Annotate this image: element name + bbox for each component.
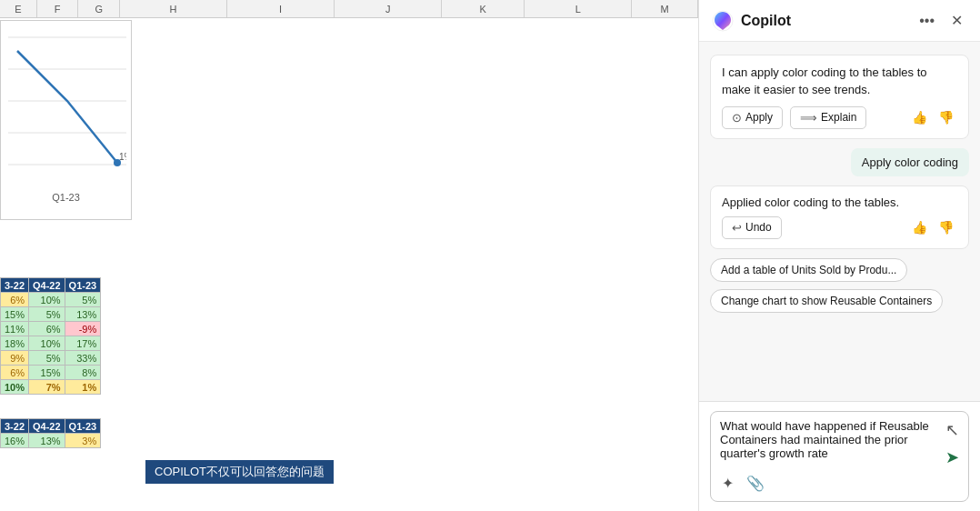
input-box: What would have happened if Reusable Con… — [710, 411, 969, 502]
line-chart: 1% Q1-23 — [0, 20, 132, 220]
copilot-message-1: I can apply color coding to the tables t… — [710, 55, 969, 139]
table-row: 18% 10% 17% — [1, 336, 101, 351]
col-m-header: M — [632, 0, 698, 17]
table-cell: 1% — [65, 380, 101, 395]
col-i-header: I — [227, 0, 335, 17]
apply-icon: ⊙ — [732, 111, 742, 125]
thumbs-up-button-1[interactable]: 👍 — [908, 108, 931, 126]
feedback-icons-2: 👍 👎 — [908, 218, 957, 236]
copilot-header-actions: ••• ✕ — [915, 10, 967, 31]
attach-button[interactable]: 📎 — [745, 473, 766, 494]
data-table-1: 3-22 Q4-22 Q1-23 6% 10% 5% 15% 5% 13% 11… — [0, 277, 101, 395]
apply-button[interactable]: ⊙ Apply — [722, 106, 783, 129]
copilot-title: Copilot — [741, 13, 791, 29]
table2-h2: Q4-22 — [29, 419, 65, 434]
spark-icon: ✦ — [722, 476, 734, 491]
table-cell: 3% — [65, 434, 101, 448]
menu-dots-icon: ••• — [919, 13, 935, 28]
table-row: 10% 7% 1% — [1, 380, 101, 395]
table-cell: 10% — [1, 380, 29, 395]
copilot-close-button[interactable]: ✕ — [946, 10, 967, 31]
col-l-header: L — [525, 0, 632, 17]
table-row: 6% 15% 8% — [1, 366, 101, 380]
svg-text:1%: 1% — [119, 152, 126, 162]
table-cell: 33% — [65, 351, 101, 366]
table-row: 16% 13% 3% — [1, 434, 101, 448]
apply-label: Apply — [745, 111, 773, 124]
table-cell: 18% — [1, 336, 29, 351]
copilot-logo-icon — [712, 10, 734, 32]
table2-h1: 3-22 — [1, 419, 29, 434]
table-cell: 5% — [65, 293, 101, 307]
close-icon: ✕ — [951, 13, 963, 28]
chip-1[interactable]: Add a table of Units Sold by Produ... — [710, 258, 907, 282]
table-cell: 13% — [29, 434, 65, 448]
copilot-menu-button[interactable]: ••• — [915, 11, 939, 31]
thumbs-down-button-1[interactable]: 👎 — [935, 108, 957, 126]
table1-header: 3-22 Q4-22 Q1-23 — [1, 278, 101, 293]
copilot-message-1-text: I can apply color coding to the tables t… — [722, 65, 957, 99]
status-text: Applied color coding to the tables. — [722, 195, 957, 209]
table-cell: 17% — [65, 336, 101, 351]
feedback-icons-1: 👍 👎 — [908, 106, 957, 129]
table-cell: 11% — [1, 322, 29, 336]
copilot-title-row: Copilot — [712, 10, 791, 32]
table-row: 11% 6% -9% — [1, 322, 101, 336]
col-g-header: G — [78, 0, 119, 17]
table-cell: 15% — [29, 366, 65, 380]
table-cell: 5% — [29, 307, 65, 322]
copilot-status-message: Applied color coding to the tables. ↩ Un… — [710, 185, 969, 249]
thumbs-down-button-2[interactable]: 👎 — [935, 218, 957, 236]
col-e-header: E — [0, 0, 37, 17]
subtitle-banner: COPILOT不仅可以回答您的问题 — [145, 460, 334, 484]
table-row: 9% 5% 33% — [1, 351, 101, 366]
attach-icon: 📎 — [746, 476, 765, 491]
table-cell: 7% — [29, 380, 65, 395]
excel-area: E F G H I J K L M 1% Q1-23 — [0, 0, 698, 511]
undo-button[interactable]: ↩ Undo — [722, 216, 782, 239]
data-table-2: 3-22 Q4-22 Q1-23 16% 13% 3% — [0, 418, 101, 448]
table1-h3: Q1-23 — [65, 278, 101, 293]
explain-label: Explain — [821, 111, 856, 124]
table-row: 15% 5% 13% — [1, 307, 101, 322]
undo-icon: ↩ — [732, 221, 742, 235]
table2-h3: Q1-23 — [65, 419, 101, 434]
chat-input-area: What would have happened if Reusable Con… — [699, 401, 980, 511]
thumbs-up-button-2[interactable]: 👍 — [908, 218, 931, 236]
table-cell: 16% — [1, 434, 29, 448]
spark-button[interactable]: ✦ — [720, 473, 735, 494]
table-cell: 6% — [1, 293, 29, 307]
table-cell: 10% — [29, 293, 65, 307]
table-cell: 6% — [1, 366, 29, 380]
table-row: 6% 10% 5% — [1, 293, 101, 307]
table-cell: 15% — [1, 307, 29, 322]
explain-button[interactable]: ⟹ Explain — [790, 106, 866, 129]
column-headers: E F G H I J K L M — [0, 0, 698, 18]
table1-h1: 3-22 — [1, 278, 29, 293]
col-j-header: J — [335, 0, 442, 17]
table-cell: 5% — [29, 351, 65, 366]
col-h-header: H — [120, 0, 227, 17]
col-k-header: K — [442, 0, 525, 17]
table-cell: 13% — [65, 307, 101, 322]
subtitle-text: COPILOT不仅可以回答您的问题 — [155, 465, 325, 478]
chat-messages: I can apply color coding to the tables t… — [699, 42, 980, 401]
send-button[interactable]: ➤ — [945, 447, 959, 467]
chip-2[interactable]: Change chart to show Reusable Containers — [710, 289, 943, 313]
suggestion-chips: Add a table of Units Sold by Produ... Ch… — [710, 258, 969, 316]
explain-icon: ⟹ — [800, 111, 817, 125]
col-f-header: F — [37, 0, 78, 17]
table1-h2: Q4-22 — [29, 278, 65, 293]
table-cell: 8% — [65, 366, 101, 380]
chat-input[interactable]: What would have happened if Reusable Con… — [720, 419, 940, 460]
chart-label: Q1-23 — [8, 192, 124, 203]
user-message-1: Apply color coding — [851, 148, 969, 176]
input-left-icons: ✦ 📎 — [720, 473, 766, 494]
table-cell: 10% — [29, 336, 65, 351]
table-cell: 9% — [1, 351, 29, 366]
input-footer: ✦ 📎 — [720, 473, 959, 494]
user-message-1-text: Apply color coding — [862, 155, 958, 169]
undo-label: Undo — [745, 221, 772, 234]
status-actions: ↩ Undo 👍 👎 — [722, 216, 957, 239]
copilot-panel: Copilot ••• ✕ I can apply color coding t… — [698, 0, 980, 511]
